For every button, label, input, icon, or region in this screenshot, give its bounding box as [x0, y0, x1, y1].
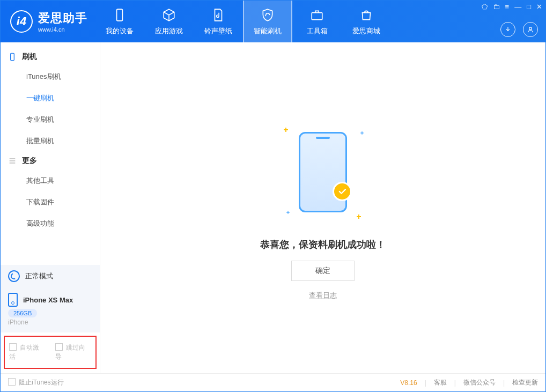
- shirt-icon[interactable]: ⬠: [482, 3, 488, 11]
- check-badge-icon: [333, 182, 352, 201]
- success-illustration: [272, 116, 374, 228]
- minimize-button[interactable]: —: [514, 3, 521, 11]
- footer-support[interactable]: 客服: [434, 378, 447, 387]
- window-controls: ⬠ 🗀 ≡ — □ ✕: [482, 3, 542, 11]
- phone-icon: [8, 53, 17, 61]
- sidebar-item-batch-flash[interactable]: 批量刷机: [1, 130, 100, 152]
- mode-card[interactable]: 正常模式: [1, 265, 100, 287]
- briefcase-icon: [309, 7, 325, 23]
- sidebar-item-advanced[interactable]: 高级功能: [1, 213, 100, 234]
- group-flash: 刷机: [1, 48, 100, 66]
- app-window: i4 爱思助手 www.i4.cn 我的设备 应用游戏 铃声壁纸 智能刷机: [0, 0, 546, 392]
- svg-rect-0: [117, 9, 123, 21]
- svg-rect-1: [312, 13, 322, 20]
- sidebar-item-pro-flash[interactable]: 专业刷机: [1, 109, 100, 130]
- nav-label: 应用游戏: [155, 26, 183, 36]
- header-actions: [500, 22, 538, 37]
- bag-icon: [358, 7, 374, 23]
- sidebar-item-download-fw[interactable]: 下载固件: [1, 191, 100, 213]
- nav-apps[interactable]: 应用游戏: [144, 1, 194, 42]
- nav-label: 工具箱: [307, 26, 328, 36]
- download-icon[interactable]: [500, 22, 515, 37]
- nav-my-device[interactable]: 我的设备: [95, 1, 144, 42]
- group-more: 更多: [1, 152, 100, 170]
- content-body: 刷机 iTunes刷机 一键刷机 专业刷机 批量刷机 更多 其他工具 下载固件 …: [1, 42, 545, 373]
- mode-icon: [8, 270, 20, 282]
- lock-icon[interactable]: 🗀: [493, 3, 500, 11]
- nav-label: 爱思商城: [352, 26, 380, 36]
- sidebar-item-onekey-flash[interactable]: 一键刷机: [1, 87, 100, 109]
- user-icon[interactable]: [523, 22, 538, 37]
- top-nav: 我的设备 应用游戏 铃声壁纸 智能刷机 工具箱 爱思商城: [95, 1, 391, 42]
- success-message: 恭喜您，保资料刷机成功啦！: [260, 238, 386, 251]
- sparkle-icon: [357, 215, 361, 219]
- music-file-icon: [210, 7, 226, 23]
- svg-point-2: [529, 27, 532, 30]
- nav-toolbox[interactable]: 工具箱: [292, 1, 342, 42]
- svg-rect-3: [11, 53, 14, 60]
- app-name: 爱思助手: [38, 10, 87, 26]
- auto-activate-checkbox[interactable]: 自动激活: [9, 343, 46, 361]
- footer-update[interactable]: 检查更新: [512, 378, 538, 387]
- skip-guide-checkbox[interactable]: 跳过向导: [55, 343, 92, 361]
- device-name: iPhone XS Max: [23, 296, 73, 304]
- title-bar: i4 爱思助手 www.i4.cn 我的设备 应用游戏 铃声壁纸 智能刷机: [1, 1, 545, 42]
- nav-store[interactable]: 爱思商城: [342, 1, 391, 42]
- view-log-link[interactable]: 查看日志: [309, 291, 337, 300]
- sidebar-item-other-tools[interactable]: 其他工具: [1, 170, 100, 191]
- nav-label: 铃声壁纸: [204, 26, 232, 36]
- phone-outline-icon: [8, 293, 18, 307]
- menu-icon[interactable]: ≡: [505, 3, 510, 11]
- nav-label: 我的设备: [106, 26, 134, 36]
- ok-button[interactable]: 确定: [291, 261, 355, 281]
- highlighted-options: 自动激活 跳过向导: [4, 336, 97, 369]
- device-type: iPhone: [8, 319, 92, 326]
- device-card[interactable]: iPhone XS Max 256GB iPhone: [1, 287, 100, 332]
- sparkle-icon: [286, 211, 290, 214]
- cube-icon: [161, 7, 177, 23]
- version-label: V8.16: [400, 379, 417, 387]
- logo: i4 爱思助手 www.i4.cn: [1, 1, 95, 42]
- mode-label: 正常模式: [25, 271, 53, 281]
- nav-ringtone[interactable]: 铃声壁纸: [194, 1, 243, 42]
- list-icon: [8, 157, 17, 165]
- sparkle-icon: [284, 128, 288, 132]
- status-bar: 阻止iTunes运行 V8.16 | 客服 | 微信公众号 | 检查更新: [1, 373, 545, 391]
- footer-wechat[interactable]: 微信公众号: [463, 378, 496, 387]
- nav-flash[interactable]: 智能刷机: [243, 1, 292, 42]
- block-itunes-checkbox[interactable]: 阻止iTunes运行: [8, 378, 64, 387]
- logo-icon: i4: [10, 10, 33, 33]
- main-panel: 恭喜您，保资料刷机成功啦！ 确定 查看日志: [100, 42, 545, 373]
- sidebar-item-itunes-flash[interactable]: iTunes刷机: [1, 66, 100, 87]
- close-button[interactable]: ✕: [536, 3, 542, 11]
- nav-label: 智能刷机: [254, 26, 282, 36]
- shield-refresh-icon: [260, 7, 276, 23]
- sparkle-icon: [360, 131, 364, 135]
- device-icon: [112, 7, 128, 23]
- sidebar: 刷机 iTunes刷机 一键刷机 专业刷机 批量刷机 更多 其他工具 下载固件 …: [1, 42, 100, 373]
- phone-illustration: [299, 132, 347, 212]
- app-site: www.i4.cn: [38, 26, 87, 33]
- maximize-button[interactable]: □: [527, 3, 531, 11]
- storage-pill: 256GB: [8, 309, 37, 317]
